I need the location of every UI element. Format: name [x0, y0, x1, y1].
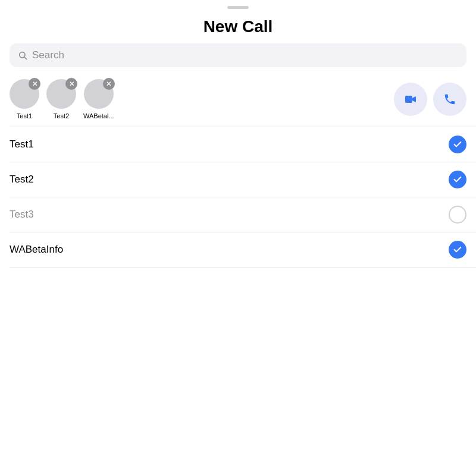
contact-name-test1: Test1	[10, 139, 34, 150]
contact-row-test3: Test3	[0, 197, 476, 232]
chip-avatar-2: ✕	[46, 79, 76, 109]
chip-avatar-3: ✕	[84, 79, 114, 109]
contact-name-wabetainfo: WABetaInfo	[10, 244, 63, 256]
contact-row-test1[interactable]: Test1	[0, 127, 476, 162]
chip-remove-1[interactable]: ✕	[29, 78, 40, 90]
chip-remove-2[interactable]: ✕	[65, 78, 77, 90]
chip-label-2: Test2	[54, 112, 69, 119]
search-bar[interactable]: Search	[10, 43, 466, 67]
check-circle-test2[interactable]	[449, 171, 466, 188]
contact-list: Test1 Test2 Test3 WABetaInfo	[0, 127, 476, 268]
page-title: New Call	[0, 17, 476, 36]
chip-label-3: WABetal...	[83, 112, 114, 119]
header: New Call	[0, 9, 476, 43]
video-call-button[interactable]	[394, 83, 427, 116]
check-circle-wabetainfo[interactable]	[449, 241, 466, 259]
contact-row-test2[interactable]: Test2	[0, 162, 476, 197]
chip-avatar-1: ✕	[10, 79, 39, 109]
contact-row-wabetainfo[interactable]: WABetaInfo	[0, 232, 476, 267]
search-icon	[18, 51, 27, 60]
chip-label-1: Test1	[17, 112, 32, 119]
divider-4	[10, 267, 476, 268]
contact-name-test2: Test2	[10, 174, 34, 185]
chip-remove-3[interactable]: ✕	[103, 78, 115, 90]
search-placeholder: Search	[32, 49, 64, 61]
check-circle-empty-test3	[449, 206, 466, 224]
contact-name-test3: Test3	[10, 209, 34, 221]
contact-chip-2[interactable]: ✕ Test2	[46, 79, 76, 119]
selected-contacts-area: ✕ Test1 ✕ Test2 ✕ WABetal...	[0, 77, 476, 124]
call-buttons	[394, 83, 466, 116]
svg-line-1	[24, 57, 27, 59]
contact-chip-1[interactable]: ✕ Test1	[10, 79, 39, 119]
audio-call-button[interactable]	[433, 83, 466, 116]
contact-chip-3[interactable]: ✕ WABetal...	[83, 79, 114, 119]
check-circle-test1[interactable]	[449, 136, 466, 153]
